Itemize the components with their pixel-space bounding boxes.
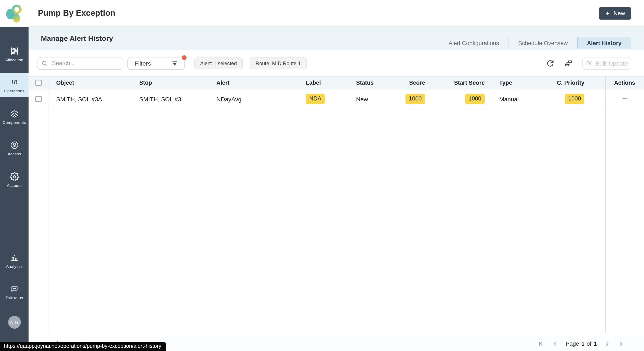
prev-page-button[interactable]: [552, 340, 559, 347]
column-header-status[interactable]: Status: [349, 77, 389, 89]
c-priority-badge: 1000: [565, 94, 584, 104]
new-button-label: New: [614, 10, 625, 16]
cell-type: Manual: [492, 96, 536, 102]
row-actions-button[interactable]: [618, 93, 632, 105]
sidebar-item-label: Access: [8, 152, 21, 156]
start-score-badge: 1000: [465, 94, 485, 104]
cell-status: New: [349, 96, 389, 102]
pagination: Page1of1: [538, 340, 625, 347]
sidebar-item-analytics[interactable]: Analytics: [0, 253, 28, 269]
bar-chart-icon: [10, 253, 19, 262]
filter-chips: Alert: 1 selected Route: MID Route 1: [194, 57, 307, 69]
pinned-right-divider: [605, 76, 606, 333]
tab-bar: Alert Configurations Schedule Overview A…: [439, 37, 631, 48]
gear-icon: [10, 172, 19, 181]
sidebar-item-label: Account: [7, 183, 22, 188]
new-button[interactable]: New: [599, 7, 631, 19]
column-header-label[interactable]: Label: [298, 77, 349, 89]
tab-alert-configurations[interactable]: Alert Configurations: [439, 37, 508, 48]
sidebar-item-label: Components: [2, 120, 26, 125]
sidebar-item-label: Allocation: [5, 57, 23, 62]
row-checkbox[interactable]: [35, 96, 42, 102]
topbar: Pump By Exception New: [28, 0, 644, 27]
filters-label: Filters: [134, 60, 151, 67]
last-page-icon: [618, 340, 625, 347]
bulk-update-button[interactable]: Bulk Update: [582, 57, 631, 70]
filter-funnel-icon: [171, 60, 178, 67]
bulk-update-label: Bulk Update: [596, 60, 628, 67]
steps-icon: [564, 58, 573, 68]
layers-icon: [10, 109, 19, 118]
first-page-icon: [538, 340, 545, 347]
columns-button[interactable]: [564, 58, 573, 68]
status-bar-url: https://qaapp.joynai.net/operations/pump…: [0, 342, 166, 351]
cell-alert: NDayAvg: [209, 96, 298, 102]
chat-bubble-icon: [10, 284, 19, 294]
sidebar-item-label: Operations: [4, 88, 24, 93]
route-icon: [10, 77, 19, 87]
toolbar-right: Bulk Update: [546, 57, 631, 70]
chevron-left-icon: [552, 340, 559, 347]
filters-button[interactable]: Filters: [127, 57, 185, 70]
select-all-checkbox[interactable]: [35, 80, 42, 86]
column-header-start-score[interactable]: Start Score: [434, 77, 492, 89]
page-indicator: Page1of1: [566, 340, 597, 347]
logo-icon: [5, 3, 24, 24]
toolbar: Filters Alert: 1 selected Route: MID Rou…: [28, 50, 644, 76]
sidebar-item-label: Analytics: [6, 264, 22, 269]
column-header-score[interactable]: Score: [389, 77, 434, 89]
ellipsis-icon: [620, 94, 629, 103]
user-avatar[interactable]: A G: [8, 316, 21, 329]
column-header-actions: Actions: [605, 77, 644, 89]
abacus-icon: [10, 46, 19, 56]
refresh-button[interactable]: [546, 58, 555, 68]
tab-alert-history[interactable]: Alert History: [577, 37, 631, 48]
search-icon: [41, 60, 48, 67]
refresh-icon: [546, 58, 555, 68]
label-badge: NDA: [306, 94, 325, 104]
pinned-left-divider: [48, 76, 49, 333]
score-badge: 1000: [406, 94, 425, 104]
page-title: Pump By Exception: [38, 8, 116, 18]
subheader: Manage Alert History Alert Configuration…: [28, 27, 644, 50]
sidebar-item-talk-to-us[interactable]: Talk to us: [0, 284, 28, 300]
table-header-row: Object Stop Alert Label Status Score Sta…: [28, 76, 644, 89]
section-title: Manage Alert History: [41, 34, 113, 43]
user-circle-icon: [10, 140, 19, 150]
chip-alert-filter[interactable]: Alert: 1 selected: [194, 57, 243, 69]
column-header-type[interactable]: Type: [492, 77, 536, 89]
sidebar-item-label: Talk to us: [6, 296, 23, 300]
column-header-alert[interactable]: Alert: [209, 77, 298, 89]
column-header-stop[interactable]: Stop: [132, 77, 209, 89]
next-page-button[interactable]: [604, 340, 611, 347]
main-area: Pump By Exception New Manage Alert Histo…: [28, 0, 644, 351]
last-page-button[interactable]: [618, 340, 625, 347]
sidebar-item-operations[interactable]: Operations: [0, 73, 28, 97]
plus-icon: [605, 10, 610, 16]
chip-route-filter[interactable]: Route: MID Route 1: [250, 57, 307, 69]
alert-history-table: Object Stop Alert Label Status Score Sta…: [28, 76, 644, 336]
sidebar-item-account[interactable]: Account: [0, 172, 28, 188]
sidebar: Allocation Operations Components Access: [0, 0, 28, 351]
column-header-object[interactable]: Object: [48, 77, 132, 89]
tab-schedule-overview[interactable]: Schedule Overview: [508, 37, 577, 48]
chevron-right-icon: [604, 340, 611, 347]
screen: Allocation Operations Components Access: [0, 0, 644, 351]
sidebar-item-allocation[interactable]: Allocation: [0, 46, 28, 62]
sidebar-item-access[interactable]: Access: [0, 140, 28, 156]
table-row[interactable]: SMITH, SOL #3A SMITH, SOL #3 NDayAvg NDA…: [28, 89, 644, 109]
cell-object: SMITH, SOL #3A: [48, 96, 132, 102]
search-box: [37, 57, 123, 70]
first-page-button[interactable]: [538, 340, 545, 347]
search-input[interactable]: [37, 57, 123, 70]
cell-stop: SMITH, SOL #3: [132, 96, 209, 102]
column-header-c-priority[interactable]: C. Priority: [536, 77, 605, 89]
edit-pencil-icon: [586, 60, 592, 66]
sidebar-item-components[interactable]: Components: [0, 109, 28, 125]
app-logo[interactable]: [0, 0, 28, 27]
notification-dot: [182, 55, 186, 60]
